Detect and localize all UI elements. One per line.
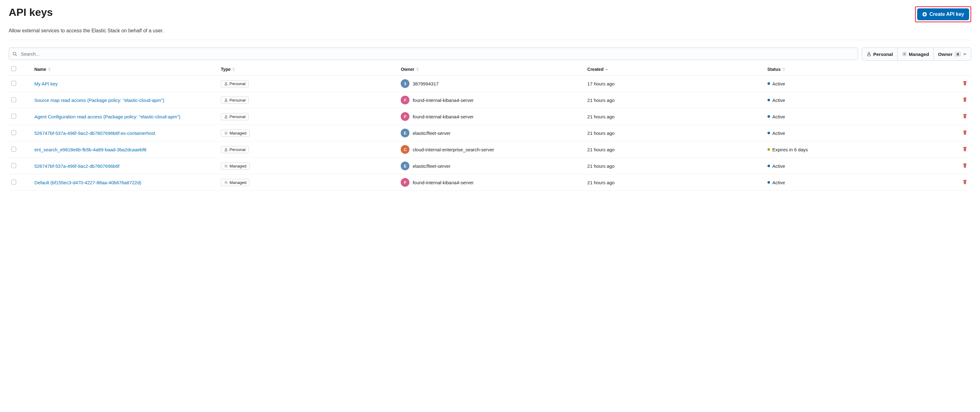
create-button-label: Create API key	[930, 11, 964, 17]
type-badge: Personal	[221, 97, 248, 104]
status-label: Expires in 6 days	[773, 147, 808, 152]
sort-icon	[782, 67, 786, 71]
owner-name: elastic/fleet-server	[412, 130, 450, 136]
filter-managed-button[interactable]: Managed	[897, 48, 934, 60]
page-title: API keys	[9, 6, 53, 18]
delete-button[interactable]	[961, 79, 969, 88]
filter-owner-label: Owner	[938, 52, 953, 57]
type-badge: Personal	[221, 80, 248, 87]
col-header-type[interactable]: Type	[221, 67, 236, 72]
gear-icon	[224, 164, 228, 168]
type-badge: Managed	[221, 179, 250, 186]
row-checkbox[interactable]	[11, 81, 16, 86]
row-checkbox[interactable]	[11, 97, 16, 102]
status-dot-icon	[767, 99, 770, 101]
type-label: Personal	[230, 81, 245, 86]
sort-icon	[416, 67, 419, 71]
user-icon	[867, 52, 872, 57]
status-dot-icon	[767, 165, 770, 167]
row-checkbox[interactable]	[11, 114, 16, 119]
row-checkbox[interactable]	[11, 130, 16, 135]
status-label: Active	[773, 98, 785, 103]
table-row: Agent Configuration read access (Package…	[9, 108, 971, 125]
col-header-owner[interactable]: Owner	[401, 67, 419, 72]
filter-owner-button[interactable]: Owner 4	[934, 48, 971, 60]
trash-icon	[962, 130, 967, 135]
trash-icon	[962, 81, 967, 86]
col-header-status[interactable]: Status	[767, 67, 786, 72]
status-label: Active	[773, 114, 785, 119]
type-label: Personal	[230, 114, 245, 119]
owner-name: elastic/fleet-server	[412, 163, 450, 169]
type-badge: Managed	[221, 163, 250, 170]
delete-button[interactable]	[961, 128, 969, 137]
filter-managed-label: Managed	[909, 52, 929, 57]
user-icon	[224, 147, 228, 152]
api-key-name-link[interactable]: Default (bf155ec3-d470-4227-88aa-40b676a…	[34, 180, 141, 185]
type-label: Managed	[230, 164, 247, 168]
table-row: ent_search_e9818e6b-fb5b-4a89-baad-3ba2d…	[9, 141, 971, 158]
created-text: 21 hours ago	[587, 98, 615, 103]
type-badge: Personal	[221, 146, 248, 153]
table-row: Source map read access (Package policy: …	[9, 92, 971, 108]
created-text: 21 hours ago	[587, 130, 615, 136]
type-label: Managed	[230, 131, 247, 135]
col-header-owner-label: Owner	[401, 67, 414, 72]
trash-icon	[962, 163, 967, 168]
api-key-name-link[interactable]: 526747bf-537a-496f-9ac2-db7807696b6f:es-…	[34, 130, 155, 136]
owner-avatar: 3	[401, 79, 409, 88]
api-key-name-link[interactable]: Source map read access (Package policy: …	[34, 98, 164, 103]
table-row: My API keyPersonal3387999431717 hours ag…	[9, 76, 971, 92]
row-checkbox[interactable]	[11, 163, 16, 168]
trash-icon	[962, 179, 967, 185]
owner-avatar: E	[401, 128, 409, 137]
row-checkbox[interactable]	[11, 147, 16, 152]
create-api-key-button[interactable]: Create API key	[917, 8, 969, 20]
status-dot-icon	[767, 181, 770, 184]
delete-button[interactable]	[961, 96, 969, 105]
type-badge: Managed	[221, 130, 250, 137]
trash-icon	[962, 113, 967, 119]
col-header-name[interactable]: Name	[34, 67, 51, 72]
api-key-name-link[interactable]: 526747bf-537a-496f-9ac2-db7807696b6f	[34, 163, 119, 169]
search-input[interactable]	[9, 48, 858, 60]
col-header-created-label: Created	[587, 67, 603, 72]
owner-name: found-internal-kibana4-server	[412, 180, 474, 185]
status-label: Active	[773, 81, 785, 86]
sort-down-icon	[605, 67, 609, 71]
api-key-name-link[interactable]: ent_search_e9818e6b-fb5b-4a89-baad-3ba2d…	[34, 147, 146, 152]
select-all-checkbox[interactable]	[11, 66, 16, 71]
type-label: Managed	[230, 180, 247, 185]
user-icon	[224, 115, 228, 119]
type-badge: Personal	[221, 113, 248, 120]
delete-button[interactable]	[961, 162, 969, 170]
col-header-status-label: Status	[767, 67, 781, 72]
delete-button[interactable]	[961, 112, 969, 121]
table-row: 526747bf-537a-496f-9ac2-db7807696b6fMana…	[9, 158, 971, 174]
user-icon	[224, 82, 228, 86]
created-text: 21 hours ago	[587, 114, 615, 119]
owner-avatar: C	[401, 145, 409, 154]
owner-avatar: F	[401, 96, 409, 105]
table-row: 526747bf-537a-496f-9ac2-db7807696b6f:es-…	[9, 125, 971, 141]
delete-button[interactable]	[961, 178, 969, 187]
status-label: Active	[773, 163, 785, 169]
gear-icon	[224, 131, 228, 135]
gear-icon	[902, 52, 907, 57]
owner-avatar: F	[401, 178, 409, 187]
filter-personal-button[interactable]: Personal	[862, 48, 897, 60]
created-text: 21 hours ago	[587, 163, 615, 169]
filter-personal-label: Personal	[873, 52, 893, 57]
status-label: Active	[773, 180, 785, 185]
owner-name: found-internal-kibana4-server	[412, 98, 474, 103]
filter-group: Personal Managed Owner 4	[862, 48, 971, 60]
row-checkbox[interactable]	[11, 180, 16, 185]
trash-icon	[962, 97, 967, 102]
owner-count-badge: 4	[955, 52, 961, 57]
status-dot-icon	[767, 148, 770, 151]
col-header-created[interactable]: Created	[587, 67, 609, 72]
sort-icon	[232, 67, 235, 71]
api-key-name-link[interactable]: Agent Configuration read access (Package…	[34, 114, 180, 119]
api-key-name-link[interactable]: My API key	[34, 81, 57, 86]
delete-button[interactable]	[961, 145, 969, 154]
